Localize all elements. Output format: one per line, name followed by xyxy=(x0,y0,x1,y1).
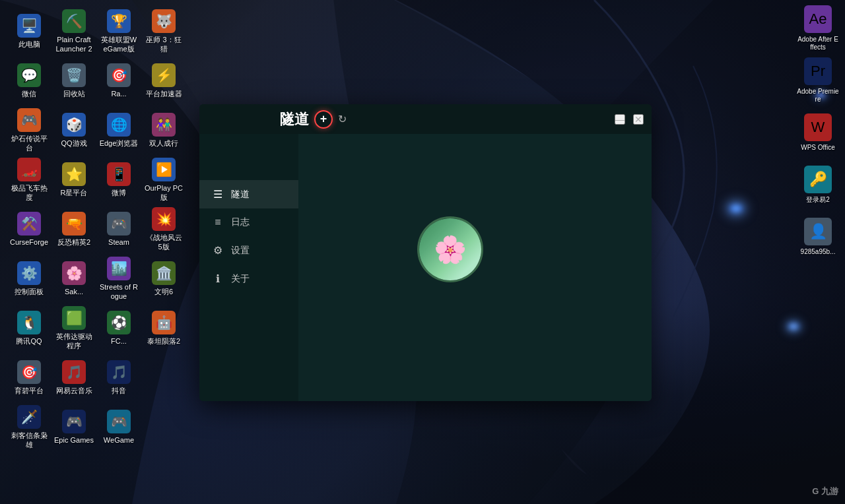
desktop-icon-this-pc[interactable]: 🖥️ 此电脑 xyxy=(7,7,51,56)
icon-label-微博: 微博 xyxy=(112,189,126,197)
icon-img-回收站: 🗑️ xyxy=(62,63,86,87)
right-icon-label-wps: WPS Office xyxy=(801,144,835,152)
right-icon-img-adobe-ae: Ae xyxy=(804,5,832,33)
desktop-icon-plain-craft[interactable]: ⛏️ Plain Craft Launcher 2 xyxy=(51,7,96,56)
desktop-icon-douyin[interactable]: 🎵 抖音 xyxy=(96,353,141,402)
icon-img-双人成行: 👫 xyxy=(152,113,176,137)
desktop-icon-nvidia[interactable]: 🟩 英伟达驱动程序 xyxy=(51,303,96,353)
right-icon-登录易2[interactable]: 🔑 登录易2 xyxy=(795,160,840,209)
close-button[interactable]: ✕ xyxy=(633,114,644,125)
icon-label-平台加速器: 平台加速器 xyxy=(146,90,182,98)
desktop-icon-极品飞车[interactable]: 🏎️ 极品飞车热度 xyxy=(7,155,51,205)
desktop-icon-ra[interactable]: 🎯 Ra... xyxy=(96,56,141,106)
icon-label-ourplay: OurPlay PC版 xyxy=(144,184,184,201)
desktop-icon-streets-rogue[interactable]: 🏙️ Streets of Rogue xyxy=(96,254,141,303)
icon-label-泰坦陨落2: 泰坦陨落2 xyxy=(147,337,180,346)
minimize-button[interactable]: — xyxy=(615,114,625,125)
desktop-icon-sak[interactable]: 🌸 Sak... xyxy=(51,254,96,303)
desktop-icon-反恐精英2[interactable]: 🔫 反恐精英2 xyxy=(51,205,96,254)
right-icon-9285[interactable]: 👤 9285a95b... xyxy=(795,212,840,261)
right-icon-adobe-pr[interactable]: Pr Adobe Premiere xyxy=(795,55,840,105)
icon-img-nvidia: 🟩 xyxy=(62,306,86,330)
desktop-icon-qq游戏[interactable]: 🎲 QQ游戏 xyxy=(51,106,96,155)
desktop-icon-双人成行[interactable]: 👫 双人成行 xyxy=(141,106,186,155)
icon-img-反恐精英2: 🔫 xyxy=(62,212,86,236)
desktop-icon-腾讯qq[interactable]: 🐧 腾讯QQ xyxy=(7,303,51,353)
app-window: 🌸 隧道 + ↻ — ✕ ☰ 隧道 ≡ 日志 ⚙ 设置 xyxy=(199,104,652,401)
watermark-text: G 九游 xyxy=(812,486,838,496)
icon-img-平台加速器: ⚡ xyxy=(152,63,176,87)
right-icon-label-adobe-pr: Adobe Premiere xyxy=(797,88,839,104)
about-icon: ℹ xyxy=(211,272,224,285)
desktop-icon-wegame[interactable]: 🏆 英雄联盟WeGame版 xyxy=(96,7,141,56)
icon-img-this-pc: 🖥️ xyxy=(17,14,41,38)
icon-img-steam: 🎮 xyxy=(107,212,131,236)
icon-img-战地风云5: 💥 xyxy=(152,207,176,231)
icon-img-plain-craft: ⛏️ xyxy=(62,9,86,33)
icon-label-ra: Ra... xyxy=(111,90,126,98)
right-icon-wps[interactable]: W WPS Office xyxy=(795,108,840,157)
avatar: 🌸 xyxy=(417,216,483,282)
icon-label-网易云音乐: 网易云音乐 xyxy=(56,387,92,395)
desktop-icon-epic-games[interactable]: 🎮 Epic Games xyxy=(51,402,96,452)
icon-label-r星平台: R星平台 xyxy=(61,189,88,197)
desktop-icon-fc[interactable]: ⚽ FC... xyxy=(96,303,141,353)
watermark: G 九游 xyxy=(812,486,838,497)
desktop-icon-文明6[interactable]: 🏛️ 文明6 xyxy=(141,254,186,303)
icon-label-streets-rogue: Streets of Rogue xyxy=(99,283,139,300)
desktop-icon-泰坦陨落2[interactable]: 🤖 泰坦陨落2 xyxy=(141,303,186,353)
icon-label-qq游戏: QQ游戏 xyxy=(61,139,86,148)
log-icon: ≡ xyxy=(211,216,224,228)
sidebar-item-settings[interactable]: ⚙ 设置 xyxy=(199,236,298,265)
sidebar-item-log[interactable]: ≡ 日志 xyxy=(199,208,298,236)
desktop-icon-战地风云5[interactable]: 💥 《战地风云 5版 xyxy=(141,205,186,254)
desktop-icon-回收站[interactable]: 🗑️ 回收站 xyxy=(51,56,96,106)
icon-img-极品飞车: 🏎️ xyxy=(17,158,41,181)
icon-img-ra: 🎯 xyxy=(107,63,131,87)
desktop-icon-剑客信条[interactable]: 🗡️ 刺客信条枭雄 xyxy=(7,402,51,452)
icon-label-plain-craft: Plain Craft Launcher 2 xyxy=(54,36,94,53)
icon-label-双人成行: 双人成行 xyxy=(149,139,178,148)
icon-label-剑客信条: 刺客信条枭雄 xyxy=(9,431,49,449)
icon-img-剑客信条: 🗡️ xyxy=(17,405,41,429)
sidebar-item-about[interactable]: ℹ 关于 xyxy=(199,265,298,293)
right-icon-label-adobe-ae: Adobe After Effects xyxy=(797,36,839,51)
icon-img-edge: 🌐 xyxy=(107,113,131,137)
desktop-icon-巫师3[interactable]: 🐺 巫师 3：狂猎 xyxy=(141,7,186,56)
right-icon-img-登录易2: 🔑 xyxy=(804,166,832,193)
desktop-icon-网易云音乐[interactable]: 🎵 网易云音乐 xyxy=(51,353,96,402)
icon-label-腾讯qq: 腾讯QQ xyxy=(16,337,42,346)
settings-icon: ⚙ xyxy=(211,244,224,257)
icon-label-epic-games: Epic Games xyxy=(54,436,94,445)
add-tunnel-button[interactable]: + xyxy=(314,110,333,129)
icon-label-curseforge: CurseForge xyxy=(10,238,48,247)
desktop-icon-control-panel[interactable]: ⚙️ 控制面板 xyxy=(7,254,51,303)
icon-img-qq游戏: 🎲 xyxy=(62,113,86,137)
desktop-icon-edge[interactable]: 🌐 Edge浏览器 xyxy=(96,106,141,155)
desktop-icon-育碧平台[interactable]: 🎯 育碧平台 xyxy=(7,353,51,402)
desktop-icon-wegame2[interactable]: 🎮 WeGame xyxy=(96,402,141,452)
desktop-icon-微博[interactable]: 📱 微博 xyxy=(96,155,141,205)
desktop-icon-r星平台[interactable]: ⭐ R星平台 xyxy=(51,155,96,205)
icon-label-control-panel: 控制面板 xyxy=(15,288,44,296)
desktop-icon-steam[interactable]: 🎮 Steam xyxy=(96,205,141,254)
window-title: 隧道 xyxy=(280,110,309,129)
right-icon-adobe-ae[interactable]: Ae Adobe After Effects xyxy=(795,3,840,53)
desktop-icon-wechat[interactable]: 💬 微信 xyxy=(7,56,51,106)
avatar-image: 🌸 xyxy=(419,218,481,280)
window-controls: — ✕ xyxy=(615,114,644,125)
right-icon-img-adobe-pr: Pr xyxy=(804,57,832,85)
desktop-icon-curseforge[interactable]: ⚒️ CurseForge xyxy=(7,205,51,254)
desktop-icon-平台加速器[interactable]: ⚡ 平台加速器 xyxy=(141,56,186,106)
icon-img-腾讯qq: 🐧 xyxy=(17,311,41,334)
desktop-icon-炉石传说[interactable]: 🎮 炉石传说平台 xyxy=(7,106,51,155)
desktop-icon-ourplay[interactable]: ▶️ OurPlay PC版 xyxy=(141,155,186,205)
icon-label-this-pc: 此电脑 xyxy=(18,40,40,49)
refresh-button[interactable]: ↻ xyxy=(338,113,347,125)
icon-img-文明6: 🏛️ xyxy=(152,261,176,285)
icon-label-edge: Edge浏览器 xyxy=(100,139,139,148)
sidebar-item-tunnel[interactable]: ☰ 隧道 xyxy=(199,180,298,208)
icon-img-control-panel: ⚙️ xyxy=(17,261,41,285)
icon-img-巫师3: 🐺 xyxy=(152,9,176,33)
sidebar-tunnel-label: 隧道 xyxy=(231,189,250,201)
